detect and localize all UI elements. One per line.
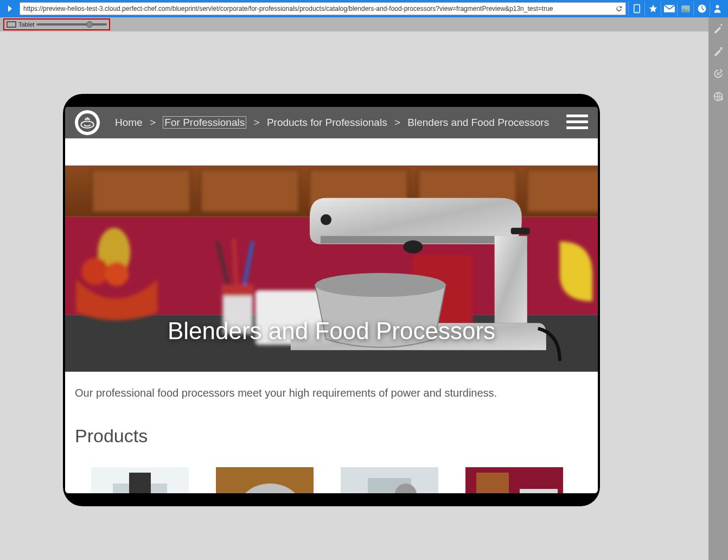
svg-point-30	[321, 214, 331, 225]
page-content: Our professional food processors meet yo…	[65, 372, 598, 493]
breadcrumb: Home > For Professionals > Products for …	[115, 117, 549, 129]
device-label: Tablet	[18, 21, 34, 28]
crumb-products[interactable]: Products for Professionals	[267, 117, 387, 128]
site-logo[interactable]	[75, 110, 100, 135]
device-preview-bar: Tablet	[0, 17, 654, 31]
clock-icon[interactable]	[693, 1, 710, 16]
product-card[interactable]	[465, 467, 563, 493]
svg-rect-22	[223, 285, 253, 296]
wand-remove-icon[interactable]	[711, 43, 726, 59]
svg-rect-28	[495, 236, 527, 323]
product-card[interactable]	[216, 467, 314, 493]
device-preview-icon[interactable]	[628, 1, 644, 16]
width-slider[interactable]	[36, 23, 107, 26]
svg-rect-32	[511, 228, 530, 234]
svg-rect-11	[201, 170, 299, 212]
preview-canvas: Home > For Professionals > Products for …	[0, 31, 708, 560]
reload-button[interactable]	[614, 4, 624, 14]
crumb-home[interactable]: Home	[115, 117, 143, 128]
svg-rect-14	[527, 170, 598, 212]
svg-rect-44	[520, 489, 558, 493]
svg-rect-10	[92, 170, 190, 212]
hero-banner: Blenders and Food Processors	[65, 166, 598, 372]
hamburger-menu-icon[interactable]	[566, 114, 588, 131]
lead-text: Our professional food processors meet yo…	[75, 387, 588, 399]
bookmark-icon[interactable]	[644, 1, 661, 16]
product-card[interactable]	[341, 467, 438, 493]
slider-handle[interactable]	[86, 21, 93, 28]
tablet-frame: Home > For Professionals > Products for …	[63, 94, 600, 506]
breadcrumb-separator: >	[253, 117, 259, 128]
right-tool-rail	[708, 17, 728, 560]
url-field-wrap	[20, 2, 626, 15]
user-menu-icon[interactable]	[710, 1, 726, 16]
url-input[interactable]	[20, 2, 626, 15]
svg-point-7	[78, 113, 97, 132]
hero-title: Blenders and Food Processors	[65, 317, 598, 345]
svg-rect-43	[476, 473, 509, 493]
device-selector[interactable]: Tablet	[3, 18, 110, 30]
svg-point-20	[105, 262, 129, 286]
svg-point-1	[636, 11, 637, 12]
svg-point-19	[81, 258, 108, 285]
crumb-current[interactable]: Blenders and Food Processors	[407, 117, 549, 128]
cms-toolbar	[0, 0, 728, 17]
svg-rect-35	[129, 473, 151, 493]
svg-point-31	[403, 240, 423, 253]
crumb-professionals[interactable]: For Professionals	[163, 116, 246, 129]
svg-point-29	[315, 273, 445, 297]
section-title: Products	[75, 425, 588, 447]
tablet-icon	[7, 21, 16, 28]
globe-disabled-icon[interactable]	[711, 89, 726, 104]
breadcrumb-separator: >	[394, 117, 400, 128]
site-header: Home > For Professionals > Products for …	[65, 107, 598, 138]
mail-icon[interactable]	[661, 1, 677, 16]
product-card[interactable]	[91, 467, 189, 493]
refresh-cancel-icon[interactable]	[711, 66, 726, 81]
product-row	[75, 467, 588, 493]
image-icon[interactable]	[677, 1, 693, 16]
breadcrumb-separator: >	[150, 117, 156, 128]
tablet-screen: Home > For Professionals > Products for …	[65, 107, 598, 493]
wand-add-icon[interactable]	[711, 21, 726, 36]
forward-button[interactable]	[2, 1, 17, 16]
